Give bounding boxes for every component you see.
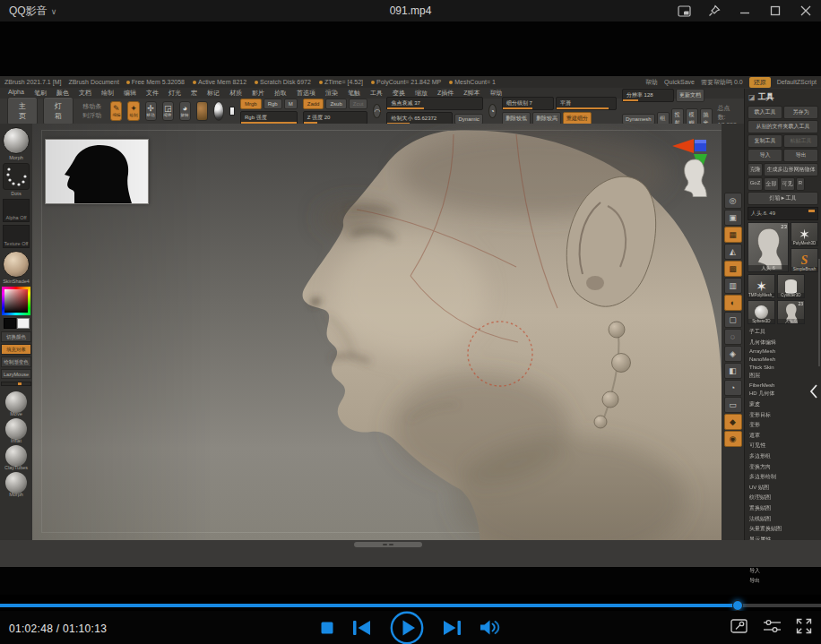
rgb-intensity-slider[interactable]: Rgb 强度	[240, 111, 298, 125]
subpalette-header[interactable]: 多边形绘制	[748, 472, 818, 483]
tray-handle[interactable]	[354, 542, 422, 547]
subpalette-header[interactable]: 可见性	[748, 441, 818, 451]
subpalette-header[interactable]: 法线贴图	[748, 513, 818, 524]
edit-mode-button[interactable]: ✎编辑	[110, 101, 122, 121]
zbrush-need-help[interactable]: 需要帮助吗 0.0	[701, 78, 743, 87]
main-color-swatch[interactable]	[4, 318, 16, 329]
secondary-color-swatch[interactable]	[17, 318, 30, 329]
lightbox-tool-button[interactable]: 灯箱►工具	[748, 192, 818, 205]
draw-mode-button[interactable]: ✦绘制	[127, 101, 139, 121]
zbrush-help[interactable]: 帮助	[645, 78, 658, 87]
subpalette-header[interactable]: 变形	[748, 420, 818, 431]
tray-button[interactable]: 切换颜色	[1, 331, 31, 342]
alpha-selector[interactable]: Alpha Off	[3, 199, 30, 222]
make-polymesh-button[interactable]: 生成多边形网格物体	[764, 163, 818, 176]
play-button[interactable]	[390, 611, 424, 644]
rotate-mode-button[interactable]: ◕旋转	[179, 101, 191, 121]
active-tool-thumbnail[interactable]: 23 人头.6	[748, 222, 789, 272]
quick-brush-thumbnail[interactable]	[5, 418, 27, 440]
quick-brush-thumbnail[interactable]	[5, 445, 27, 467]
tool-thumbnail[interactable]: ✶PolyMesh3D	[791, 222, 818, 246]
zbrush-quicksave[interactable]: QuickSave	[664, 79, 695, 85]
clone-button[interactable]: 克隆	[748, 163, 763, 176]
export-button[interactable]: 导出	[783, 149, 818, 162]
update-document-button[interactable]: 更新文档	[676, 89, 704, 102]
right-shelf-icon-button[interactable]: ◌	[724, 329, 742, 345]
dynamesh-resolution-slider[interactable]: 分辨率 128	[622, 89, 674, 102]
minimize-button[interactable]	[730, 0, 760, 21]
menu-item[interactable]: 文档	[74, 88, 96, 98]
right-shelf-icon-button[interactable]: ◉	[724, 431, 742, 447]
sculpt-viewport[interactable]	[32, 124, 722, 540]
zbrush-restore-button[interactable]: 还原	[749, 77, 771, 88]
goz-button[interactable]: GoZ	[748, 177, 763, 191]
stop-button[interactable]	[321, 622, 333, 634]
tool-thumbnail[interactable]: 23 人头.6	[777, 300, 805, 324]
zadd-button[interactable]: Zadd	[303, 99, 324, 109]
tray-button[interactable]: 填充对象	[1, 344, 31, 355]
goz-r-button[interactable]: R	[796, 177, 805, 191]
tray-button[interactable]: 绘制渐变色	[1, 356, 31, 367]
pin-on-top-button[interactable]	[699, 0, 730, 21]
settings-sliders-button[interactable]	[763, 618, 781, 638]
dynamesh-button[interactable]: Dynamesh	[622, 114, 655, 125]
menu-item[interactable]: 编辑	[119, 88, 141, 98]
goz-visible-button[interactable]: 可见	[780, 177, 795, 191]
subpalette-header[interactable]: 置换贴图	[748, 503, 818, 514]
right-shelf-icon-button[interactable]: ◔	[724, 380, 742, 396]
tool-thumbnail[interactable]: Cylinder3D	[777, 274, 805, 298]
tool-thumbnail[interactable]: ✶TMPolyMesh_1	[748, 274, 775, 298]
save-as-button[interactable]: 另存为	[783, 106, 818, 119]
right-shelf-icon-button[interactable]: ▣	[724, 210, 742, 226]
goz-all-button[interactable]: 全部	[764, 177, 779, 191]
m-button[interactable]: M	[284, 99, 298, 109]
lazy-radius-slider[interactable]	[1, 382, 31, 386]
z-intensity-slider[interactable]: Z 强度 20	[303, 111, 368, 125]
zbrush-zscript[interactable]: DefaultZScript	[777, 79, 817, 85]
right-shelf-icon-button[interactable]: ▥	[724, 278, 742, 294]
tool-thumbnail[interactable]: SSimpleBrush	[791, 248, 818, 272]
sdiv-level-slider[interactable]: 细分级别 7	[502, 97, 554, 110]
menu-item[interactable]: 拾取	[270, 88, 291, 98]
right-shelf-icon-button[interactable]: ◭	[724, 244, 742, 260]
menu-item[interactable]: 工具	[366, 88, 387, 98]
right-shelf-icon-button[interactable]: ◎	[724, 193, 742, 209]
paint-color-swatch[interactable]	[229, 107, 235, 116]
load-from-folder-button[interactable]: 从别的文件夹载入工具	[748, 120, 818, 133]
tray-collapse-arrow[interactable]	[809, 384, 818, 399]
seek-thumb[interactable]	[732, 600, 743, 611]
focal-shift-slider[interactable]: 焦点衰减 37	[386, 97, 482, 110]
close-button[interactable]	[791, 0, 821, 21]
material-thumbnail[interactable]	[3, 251, 30, 278]
color-picker[interactable]	[2, 287, 30, 315]
menu-item[interactable]: 影片	[247, 88, 269, 98]
tray-button[interactable]: LazyMouse	[1, 369, 31, 379]
right-shelf-icon-button[interactable]: ▢	[724, 312, 742, 328]
menu-item[interactable]: 灯光	[164, 88, 186, 98]
dynamic-button[interactable]: Dynamic	[454, 114, 482, 125]
right-shelf-icon-button[interactable]: ◧	[724, 363, 742, 379]
mrgb-button[interactable]: Mrgb	[240, 99, 262, 109]
screen-adjust-button[interactable]	[730, 618, 748, 638]
zsub-button[interactable]: Zsub	[325, 99, 346, 109]
menu-item[interactable]: 渲染	[321, 88, 342, 98]
right-shelf-icon-button[interactable]: ▭	[724, 397, 742, 413]
menu-item[interactable]: 宏	[186, 88, 202, 98]
home-button[interactable]: 主页	[7, 97, 38, 125]
mini-mode-button[interactable]	[669, 0, 699, 21]
subpalette-header[interactable]: UV 贴图	[748, 483, 818, 494]
subpalette-header[interactable]: 图层	[748, 371, 818, 382]
subpalette-header[interactable]: 导出	[748, 576, 818, 587]
texture-selector[interactable]: Texture Off	[3, 225, 30, 248]
subpalette-header[interactable]: ArrayMesh	[748, 348, 818, 356]
lightbox-button[interactable]: 灯箱	[43, 97, 73, 125]
fullscreen-button[interactable]	[796, 618, 812, 638]
camera-head-preview[interactable]	[678, 156, 712, 197]
subpalette-header[interactable]: 变换方向	[748, 461, 818, 472]
menu-item[interactable]: 绘制	[97, 88, 118, 98]
seek-bar[interactable]	[0, 604, 821, 607]
subpalette-header[interactable]: 纹理贴图	[748, 493, 818, 503]
stroke-curve-icon[interactable]: ◠	[373, 104, 381, 118]
subpalette-header[interactable]: HD 几何体	[748, 389, 818, 399]
menu-item[interactable]: 材质	[225, 88, 246, 98]
